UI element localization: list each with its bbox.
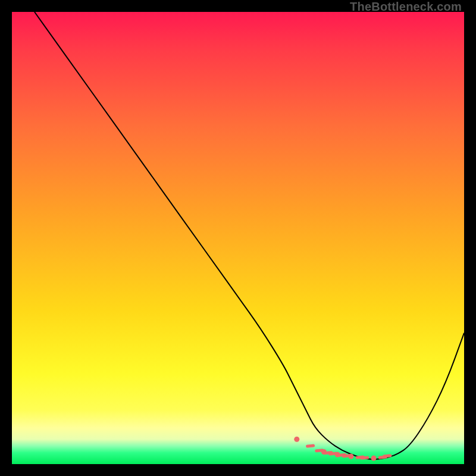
- marker-dot: [371, 456, 377, 461]
- marker-dot: [321, 449, 327, 455]
- marker-dash: [317, 450, 322, 451]
- marker-dash: [339, 455, 345, 455]
- gradient-plot-area: [12, 12, 464, 464]
- marker-dash: [362, 458, 368, 458]
- marker-dash: [308, 446, 314, 446]
- marker-dot: [294, 437, 299, 442]
- bottleneck-curve: [35, 12, 464, 459]
- marker-dash: [380, 457, 386, 458]
- marker-dash: [384, 456, 390, 456]
- bottleneck-curve-svg: [12, 12, 464, 464]
- watermark-text: TheBottleneck.com: [350, 0, 462, 14]
- marker-dash: [325, 453, 331, 453]
- marker-dash: [330, 453, 336, 454]
- marker-dash: [357, 457, 363, 458]
- marker-dot: [349, 454, 354, 459]
- marker-dash: [343, 456, 349, 456]
- marker-dot: [335, 452, 340, 458]
- optimum-markers: [294, 437, 390, 461]
